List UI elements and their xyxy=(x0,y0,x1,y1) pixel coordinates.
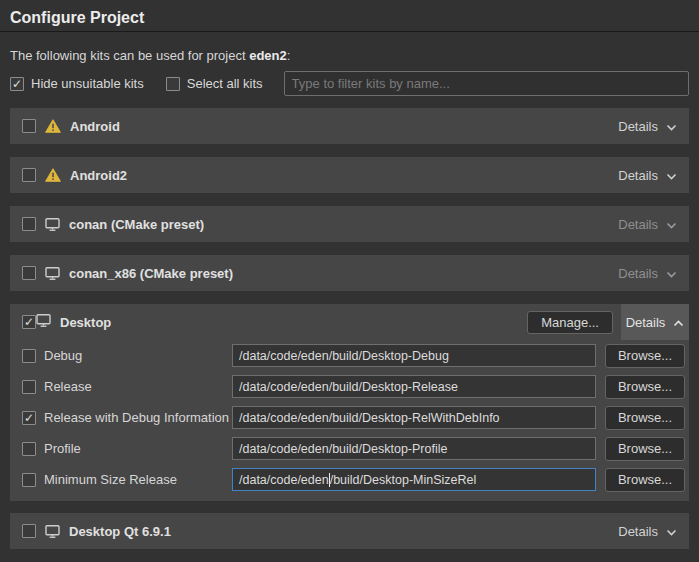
config-label: Profile xyxy=(44,441,232,456)
chevron-down-icon xyxy=(666,217,677,232)
kit-conan-x86-checkbox[interactable]: ✓ xyxy=(22,266,36,280)
build-config-row-debug: ✓ Debug Browse... xyxy=(10,340,689,371)
checkmark-icon: ✓ xyxy=(12,77,22,89)
kit-row-android2: ✓ Android2 Details xyxy=(10,157,689,193)
build-config-row-relwithdebinfo: ✓ Release with Debug Information Browse.… xyxy=(10,402,689,433)
config-label: Minimum Size Release xyxy=(44,472,232,487)
kit-desktop-qt-details-button[interactable]: Details xyxy=(616,513,679,549)
config-relwithdebinfo-browse-button[interactable]: Browse... xyxy=(605,406,685,430)
kit-android2-checkbox[interactable]: ✓ xyxy=(22,168,36,182)
config-minsizerel-checkbox[interactable]: ✓ xyxy=(22,473,36,487)
project-name: eden2 xyxy=(249,48,287,63)
config-minsizerel-path-input[interactable]: /data/code/eden/build/Desktop-MinSizeRel xyxy=(232,468,596,491)
kit-row-conan: ✓ conan (CMake preset) Details xyxy=(10,206,689,242)
desktop-monitor-icon xyxy=(45,267,60,280)
kit-android-checkbox[interactable]: ✓ xyxy=(22,119,36,133)
kit-filter-input[interactable] xyxy=(284,71,689,96)
config-debug-path-input[interactable] xyxy=(232,344,596,367)
kit-conan-details-button: Details xyxy=(616,206,679,242)
configure-project-page: Configure Project The following kits can… xyxy=(0,0,699,562)
kit-android-details-button[interactable]: Details xyxy=(616,108,679,144)
kit-android2-details-button[interactable]: Details xyxy=(616,157,679,193)
config-relwithdebinfo-path-input[interactable] xyxy=(232,406,596,429)
config-release-path-input[interactable] xyxy=(232,375,596,398)
warning-icon xyxy=(45,168,61,182)
kit-name: Android xyxy=(70,119,120,134)
kit-name: Desktop xyxy=(60,315,111,330)
kit-name: conan_x86 (CMake preset) xyxy=(69,266,233,281)
desktop-monitor-icon xyxy=(36,314,51,330)
chevron-up-icon xyxy=(673,315,684,330)
warning-icon xyxy=(45,119,61,133)
config-label: Release with Debug Information xyxy=(44,410,232,425)
desktop-monitor-icon xyxy=(45,218,60,231)
kit-filter-toolbar: ✓ Hide unsuitable kits ✓ Select all kits xyxy=(10,71,689,96)
config-release-browse-button[interactable]: Browse... xyxy=(605,375,685,399)
kit-row-conan-x86: ✓ conan_x86 (CMake preset) Details xyxy=(10,255,689,291)
config-debug-checkbox[interactable]: ✓ xyxy=(22,349,36,363)
kit-name: Desktop Qt 6.9.1 xyxy=(69,524,171,539)
build-config-row-release: ✓ Release Browse... xyxy=(10,371,689,402)
kit-desktop-qt-checkbox[interactable]: ✓ xyxy=(22,524,36,538)
config-label: Release xyxy=(44,379,232,394)
desktop-monitor-icon xyxy=(45,525,60,538)
kit-conan-checkbox[interactable]: ✓ xyxy=(22,217,36,231)
config-profile-path-input[interactable] xyxy=(232,437,596,460)
kit-list: ✓ Android Details ✓ Android2 Details xyxy=(10,108,689,549)
config-debug-browse-button[interactable]: Browse... xyxy=(605,344,685,368)
chevron-down-icon xyxy=(666,119,677,134)
build-config-row-profile: ✓ Profile Browse... xyxy=(10,433,689,464)
select-all-kits-option: ✓ Select all kits xyxy=(166,76,263,91)
page-title: Configure Project xyxy=(0,0,699,31)
kit-panel-desktop: ✓ Desktop Manage... Details ✓ Debug Brow… xyxy=(10,304,689,501)
config-label: Debug xyxy=(44,348,232,363)
build-config-row-minsizerel: ✓ Minimum Size Release /data/code/eden/b… xyxy=(10,464,689,495)
chevron-down-icon xyxy=(666,524,677,539)
chevron-down-icon xyxy=(666,266,677,281)
chevron-down-icon xyxy=(666,168,677,183)
kit-name: Android2 xyxy=(70,168,127,183)
select-all-kits-checkbox[interactable]: ✓ xyxy=(166,77,180,91)
select-all-kits-label: Select all kits xyxy=(187,76,263,91)
kit-conan-x86-details-button: Details xyxy=(616,255,679,291)
kit-row-desktop-qt: ✓ Desktop Qt 6.9.1 Details xyxy=(10,513,689,549)
intro-text: The following kits can be used for proje… xyxy=(10,48,689,63)
title-separator xyxy=(0,31,699,32)
config-profile-browse-button[interactable]: Browse... xyxy=(605,437,685,461)
kit-desktop-checkbox[interactable]: ✓ xyxy=(22,315,36,329)
hide-unsuitable-kits-option: ✓ Hide unsuitable kits xyxy=(10,76,144,91)
hide-unsuitable-kits-label: Hide unsuitable kits xyxy=(31,76,144,91)
kit-name: conan (CMake preset) xyxy=(69,217,204,232)
config-relwithdebinfo-checkbox[interactable]: ✓ xyxy=(22,411,36,425)
hide-unsuitable-kits-checkbox[interactable]: ✓ xyxy=(10,77,24,91)
kit-row-desktop: ✓ Desktop Manage... Details xyxy=(10,304,689,340)
config-minsizerel-browse-button[interactable]: Browse... xyxy=(605,468,685,492)
kit-row-android: ✓ Android Details xyxy=(10,108,689,144)
config-profile-checkbox[interactable]: ✓ xyxy=(22,442,36,456)
config-release-checkbox[interactable]: ✓ xyxy=(22,380,36,394)
kit-desktop-details-button[interactable]: Details xyxy=(621,304,689,340)
manage-kits-button[interactable]: Manage... xyxy=(527,311,613,334)
